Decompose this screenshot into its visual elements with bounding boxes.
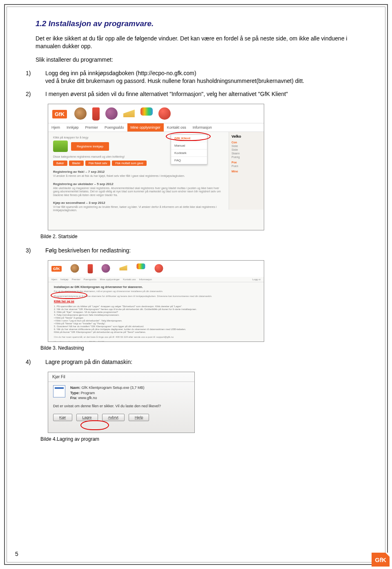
news-2: Registrering av ukeblader – 5 sep 2012 A… (53, 182, 224, 197)
download-link[interactable]: Klikk her og se (54, 300, 258, 303)
sidebar-h-con: Con (232, 141, 261, 144)
gfk-corner-logo: GfK (372, 553, 390, 567)
ss1-sidebar: Velko Con Siste Siste Skann Poeng Poe Po… (229, 132, 264, 210)
gfk-logo-badge: GfK (51, 266, 62, 272)
row-navn-label: Navn: (70, 386, 80, 390)
news-1-title: Registrering av fisk! – 7 sep 2012 (53, 170, 224, 174)
tab-poengsaldo[interactable]: Poengsaldo (101, 123, 127, 132)
news-3: Kjøp av secondhand – 3 sep 2012 Vi har f… (53, 201, 224, 212)
ss2-step: 4. Følg instruksjonene gjennom hele inst… (54, 314, 258, 316)
tab-premier[interactable]: Premier (72, 278, 80, 281)
ss2-support-1: Om du har noen spørsmål, er det bare å r… (54, 336, 258, 339)
tab-kontaktoss[interactable]: Kontakt oss (164, 123, 189, 132)
news-1: Registrering av fisk! – 7 sep 2012 Vi øn… (53, 170, 224, 178)
caption-bilde-3: Bilde 3. Nedlastning (40, 345, 356, 351)
ss2-step: 3. Klikk på "Kjør" -knappen. Vil du kjør… (54, 311, 258, 313)
product-cheese-icon (119, 264, 127, 271)
ss2-content: Installasjon av GfK Klientprogram og dri… (48, 282, 264, 342)
ss2-support-2: Vi er tilgjengelig mandag-fredag 08:00 –… (54, 341, 258, 342)
ss2-heading: Installasjon av GfK Klientprogram og dri… (54, 286, 258, 288)
page-outer-frame: 1.2 Installasjon av programvare. Det er … (4, 4, 388, 565)
hjelp-button[interactable]: Hjelp (129, 414, 149, 421)
step-3: 3) Følg beskrivelsen for nedlastning: (36, 247, 356, 254)
tab-poengsaldo[interactable]: Poengsaldo (84, 278, 97, 281)
avbryt-button[interactable]: Avbryt (102, 414, 125, 421)
step-1: 1) Logg deg inn på innkjøpsdagboken (htt… (36, 69, 356, 85)
cat-boker[interactable]: Bøker (53, 161, 67, 166)
product-apple-icon (154, 264, 163, 273)
news-2-body: Alle ukeblader og magasiner skal registr… (53, 187, 224, 197)
dd-manual[interactable]: Manual (171, 142, 207, 150)
cat-fiskgave[interactable]: Fisk mottatt som gave (112, 161, 146, 166)
sidebar-h-poe: Poe (232, 161, 261, 164)
highlight-oval-download (51, 292, 87, 299)
step-2: 2) I menyen øverst på siden vil du finne… (36, 90, 356, 98)
tab-kontaktoss[interactable]: Kontakt oss (123, 278, 136, 281)
step-3-text: Følg beskrivelsen for nedlastning: (44, 247, 131, 254)
product-glass-icon (92, 107, 100, 120)
ss1-header: GfK (48, 104, 264, 123)
ss2-step: 2. Når du har skannet "GfK Klientprogram… (54, 308, 258, 310)
ss2-step: • Klikk i turen "Lag et ikon på skrivebo… (54, 319, 258, 322)
dd-kodeark[interactable]: Kodeark (171, 150, 207, 157)
gfk-logo-badge: GfK (52, 110, 67, 118)
ss2-step: 1. På spørsmålet om du klikker på "Lagre… (54, 305, 258, 308)
cat-blader[interactable]: Blader (69, 161, 84, 166)
cat-fiskselv[interactable]: Fisk fisket selv (85, 161, 111, 166)
row-fra-label: Fra: (70, 396, 77, 400)
sidebar-line: Siste (232, 145, 261, 147)
row-type-label: Type: (70, 391, 80, 395)
step-3-number: 3) (36, 247, 44, 254)
page-number: 5 (15, 551, 18, 557)
ss2-header: GfK (48, 261, 264, 277)
dialog-info-rows: Navn: GfK Klientprogram Setup.exe (3,7 M… (70, 385, 145, 401)
ss1-tabbar: Hjem Innkjøp Premier Poengsaldo Mine opp… (48, 123, 264, 132)
screenshot-startside: GfK Hjem Innkjøp Premier Poengsaldo Mine… (48, 104, 264, 230)
caption-bilde-2: Bilde 2. Startside (40, 234, 356, 239)
screenshot-dialog: Kjør Fil Navn: GfK Klientprogram Setup.e… (48, 372, 195, 433)
step-4: 4) Lagre program på din datamaskin: (36, 358, 356, 366)
tab-innkjop[interactable]: Innkjøp (63, 123, 82, 132)
row-fra-value: www.gfk.no (78, 396, 97, 400)
tab-hjem[interactable]: Hjem (51, 278, 57, 281)
product-icons-row (69, 107, 260, 120)
product-glass-icon (87, 264, 93, 273)
tab-informasjon[interactable]: Informasjon (189, 123, 215, 132)
sidebar-line: Skann (232, 152, 261, 155)
register-button[interactable]: Registrere innkjøp (71, 142, 109, 151)
basket-icon (53, 141, 68, 152)
ss2-step: • Klikk på "Neste" 3 ganger. (54, 317, 258, 319)
ss2-step: Klikk på ikonet "GfK Klientprogram" på s… (54, 331, 258, 333)
tab-mineopplysninger[interactable]: Mine opplysninger (100, 278, 120, 281)
tab-innkjop[interactable]: Innkjøp (60, 278, 69, 281)
sidebar-line: Siste (232, 148, 261, 151)
sidebar-line: Poeng (232, 156, 261, 158)
ss1-body: Klikk på knappen for å begy Registrere i… (48, 132, 264, 210)
sidebar-welcome: Velko (232, 134, 261, 138)
dialog-question: Det er uvisst om denne filen er sikker. … (48, 404, 194, 411)
dialog-title: Kjør Fil (48, 372, 194, 382)
product-apple-icon (158, 107, 171, 120)
news-3-body: Vi har fått spørsmål om registrering av … (53, 205, 224, 212)
kjor-button[interactable]: Kjør (53, 414, 72, 421)
file-icon (53, 385, 65, 397)
step-1-number: 1) (36, 69, 44, 77)
highlight-oval-lagre (80, 420, 109, 430)
dd-faq[interactable]: FAQ (171, 157, 207, 164)
ss2-step: • Klikk på "Neste" fulgt av "Installer" … (54, 322, 258, 325)
tab-informasjon[interactable]: Informasjon (139, 278, 151, 281)
news-3-title: Kjøp av secondhand – 3 sep 2012 (53, 201, 224, 205)
tab-premier[interactable]: Premier (82, 123, 102, 132)
product-icons-row (64, 262, 261, 275)
tab-mineopplysninger[interactable]: Mine opplysninger (127, 123, 164, 132)
step-1-text: Logg deg inn på innkjøpsdagboken (http:/… (44, 70, 304, 84)
caption-bilde-4: Bilde 4.Lagring av program (40, 436, 356, 442)
product-bowl-icon (74, 107, 87, 120)
product-onion-icon (105, 107, 118, 120)
dialog-body: Navn: GfK Klientprogram Setup.exe (3,7 M… (48, 382, 194, 404)
screenshot-nedlastning: GfK Hjem Innkjøp Premier Poengsaldo Mine… (48, 260, 264, 342)
logout-link[interactable]: Logg ut (252, 278, 261, 281)
intro-paragraph: Det er ikke sikkert at du får opp alle d… (36, 35, 356, 50)
step-4-number: 4) (36, 358, 44, 366)
tab-hjem[interactable]: Hjem (48, 123, 63, 132)
